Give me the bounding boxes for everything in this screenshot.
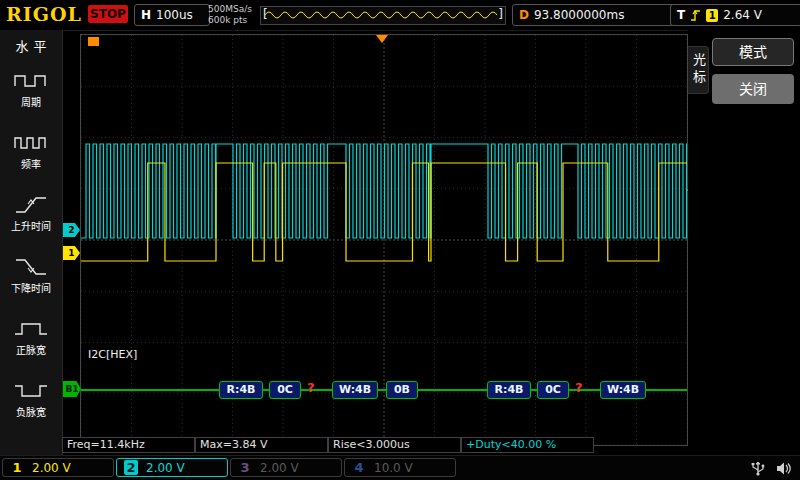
decode-bus-title: I2C[HEX] (88, 348, 137, 361)
channel1-status[interactable]: 1 2.00 V (2, 458, 114, 477)
sidebar-item-period[interactable]: 周期 (0, 59, 62, 121)
sidebar-item-label: 下降时间 (11, 280, 51, 295)
memory-depth: 600k pts (208, 15, 252, 26)
cursor-menu-tab[interactable]: 光标 (688, 46, 709, 94)
channel3-number: 3 (238, 460, 252, 475)
measurement-row: Freq=11.4kHz Max=3.84 V Rise<3.000us +Du… (62, 437, 594, 453)
preview-left-bracket: [ (263, 7, 268, 22)
channel3-scale: 2.00 V (260, 461, 299, 475)
negative-width-icon (13, 381, 49, 401)
waveform-display (80, 34, 688, 446)
speaker-icon (775, 460, 792, 477)
sidebar-item-rise-time[interactable]: 上升时间 (0, 183, 62, 245)
fall-time-icon (13, 257, 49, 277)
measurement-max: Max=3.84 V (195, 437, 328, 453)
decode-frame: 0C (269, 381, 301, 399)
channel4-number: 4 (352, 460, 366, 475)
sidebar-item-frequency[interactable]: 频率 (0, 121, 62, 183)
horizontal-label: H (141, 8, 151, 22)
trigger-slope-icon (690, 9, 701, 22)
decode-frame: 0C (537, 381, 569, 399)
oscilloscope-screen: RIGOL STOP H 100us 500MSa/s 600k pts [ ]… (0, 0, 800, 480)
channel4-scale: 10.0 V (374, 461, 413, 475)
channel2-ground-marker[interactable]: 2 (63, 223, 80, 237)
channel1-scale: 2.00 V (32, 461, 71, 475)
sidebar-item-label: 频率 (21, 156, 41, 171)
menu-item-close[interactable]: 关闭 (712, 74, 794, 104)
status-bar: RIGOL STOP H 100us 500MSa/s 600k pts [ ]… (0, 0, 800, 31)
preview-waveform (261, 7, 503, 22)
channel2-number: 2 (124, 460, 138, 475)
waveform-svg (81, 35, 687, 445)
rigol-logo: RIGOL (6, 3, 82, 25)
trigger-label: T (677, 8, 685, 22)
sidebar-item-label: 负脉宽 (16, 404, 46, 419)
menu-title-mode: 模式 (712, 38, 794, 66)
memory-waveform-preview: [ ] (260, 6, 506, 25)
channel2-status[interactable]: 2 2.00 V (116, 458, 228, 477)
horizontal-scale-value: 100us (156, 8, 193, 22)
channel1-number: 1 (10, 460, 24, 475)
period-icon (13, 71, 49, 91)
acquisition-info: 500MSa/s 600k pts (208, 4, 252, 26)
decode-bus-marker[interactable]: B1 (63, 381, 81, 397)
decode-error: ? (307, 380, 315, 395)
channel-status-bar: 1 2.00 V 2 2.00 V 3 2.00 V 4 10.0 V (0, 455, 800, 480)
channel4-status[interactable]: 4 10.0 V (344, 458, 456, 477)
run-state-badge: STOP (88, 5, 128, 23)
channel2-scale: 2.00 V (146, 461, 185, 475)
sample-rate: 500MSa/s (208, 4, 252, 15)
decode-error: ? (575, 380, 583, 395)
sidebar-item-positive-width[interactable]: 正脉宽 (0, 307, 62, 369)
soft-menu: 模式 关闭 (712, 38, 794, 104)
trigger-box: T 1 2.64 V (670, 4, 800, 26)
decode-frame: R:4B (487, 381, 531, 399)
status-icons (749, 460, 792, 477)
positive-width-icon (13, 319, 49, 339)
measure-sidebar: 水平 周期 频率 上升时间 下降时间 (0, 30, 63, 455)
sidebar-item-label: 上升时间 (11, 218, 51, 233)
sidebar-title-horizontal[interactable]: 水平 (0, 30, 62, 59)
menu-panel: 光标 模式 关闭 (688, 30, 800, 455)
channel3-status[interactable]: 3 2.00 V (230, 458, 342, 477)
sidebar-item-label: 正脉宽 (16, 342, 46, 357)
delay-box: D 93.8000000ms (512, 4, 676, 26)
trigger-source: 1 (706, 9, 718, 22)
sidebar-item-label: 周期 (21, 94, 41, 109)
frequency-icon (13, 133, 49, 153)
measurement-freq: Freq=11.4kHz (62, 437, 195, 453)
cursor-tab-label: 光标 (688, 53, 708, 87)
measurement-rise: Rise<3.000us (328, 437, 461, 453)
horizontal-scale-box: H 100us (134, 4, 210, 26)
delay-label: D (519, 8, 529, 22)
measurement-duty: +Duty<40.00 % (461, 437, 594, 453)
usb-icon (749, 460, 767, 477)
delay-value: 93.8000000ms (534, 8, 624, 22)
sidebar-item-negative-width[interactable]: 负脉宽 (0, 369, 62, 431)
trigger-position-icon[interactable] (376, 35, 388, 43)
channel1-ground-marker[interactable]: 1 (63, 246, 80, 260)
trigger-time-marker[interactable] (88, 37, 99, 46)
rise-time-icon (13, 195, 49, 215)
trigger-level-value: 2.64 V (723, 8, 762, 22)
decode-frame: W:4B (332, 381, 378, 399)
decode-frame: 0B (386, 381, 418, 399)
decode-frame: R:4B (219, 381, 263, 399)
preview-right-bracket: ] (498, 7, 503, 22)
decode-frame: W:4B (600, 381, 646, 399)
sidebar-item-fall-time[interactable]: 下降时间 (0, 245, 62, 307)
